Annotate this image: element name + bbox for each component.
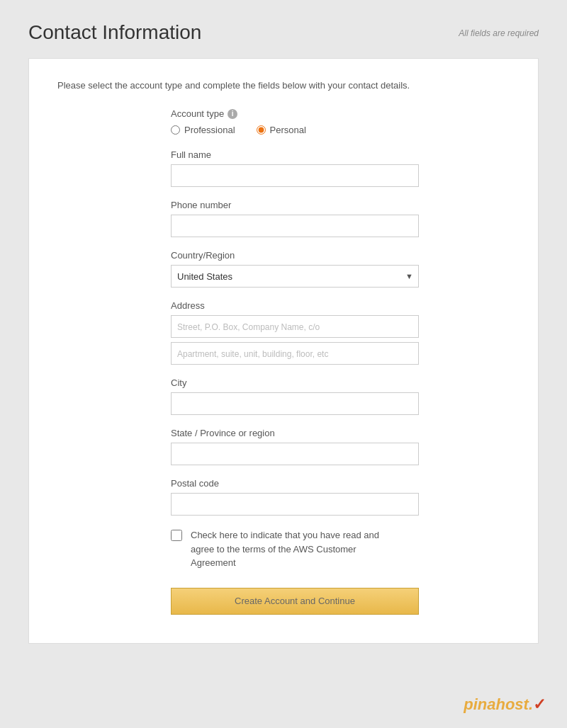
country-region-field: Country/Region United States Canada Unit… [57,250,510,288]
page-header: Contact Information All fields are requi… [28,21,539,44]
address-label: Address [171,300,510,311]
phone-number-field: Phone number [57,200,510,237]
page-title: Contact Information [28,21,201,44]
country-select[interactable]: United States Canada United Kingdom Aust… [171,265,419,288]
state-label: State / Province or region [171,428,510,438]
agreement-label: Check here to indicate that you have rea… [191,528,389,570]
required-note: All fields are required [459,28,539,38]
phone-number-label: Phone number [171,200,510,210]
postal-code-input[interactable] [171,493,419,516]
postal-code-field: Postal code [57,478,510,516]
state-input[interactable] [171,443,419,465]
phone-number-input[interactable] [171,215,419,237]
form-container: Please select the account type and compl… [28,58,539,644]
radio-personal[interactable]: Personal [257,125,306,135]
watermark: pinahost.✓ [464,695,546,714]
address-line1-input[interactable] [171,315,419,338]
account-type-label: Account type i [171,108,510,119]
address-field: Address [57,300,510,365]
country-region-label: Country/Region [171,250,510,261]
agreement-checkbox[interactable] [171,530,182,541]
account-type-section: Account type i Professional Personal [171,108,510,135]
radio-professional-input[interactable] [171,125,180,135]
city-label: City [171,377,510,388]
radio-group: Professional Personal [171,125,510,135]
radio-professional[interactable]: Professional [171,125,235,135]
country-select-wrapper: United States Canada United Kingdom Aust… [171,265,419,288]
full-name-label: Full name [171,149,510,160]
state-field: State / Province or region [57,428,510,465]
agreement-section: Check here to indicate that you have rea… [171,528,510,570]
city-field: City [57,377,510,415]
full-name-field: Full name [57,149,510,187]
postal-code-label: Postal code [171,478,510,489]
page-wrapper: Contact Information All fields are requi… [0,0,567,665]
watermark-check: ✓ [533,695,546,713]
info-icon[interactable]: i [228,109,237,119]
city-input[interactable] [171,392,419,415]
submit-button[interactable]: Create Account and Continue [171,588,419,615]
full-name-input[interactable] [171,164,419,187]
radio-personal-input[interactable] [257,125,266,135]
address-line2-input[interactable] [171,342,419,365]
form-description: Please select the account type and compl… [57,80,510,91]
